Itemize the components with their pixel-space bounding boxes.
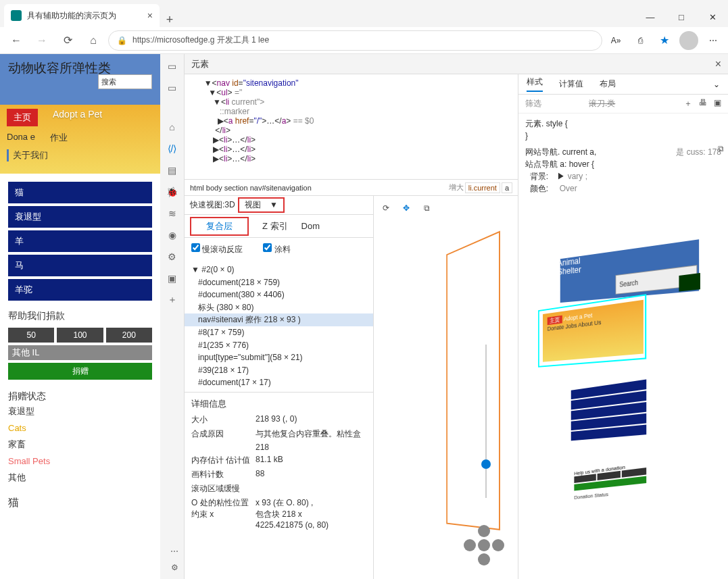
donate-amount[interactable]: 200 — [106, 328, 152, 343]
3d-view-select[interactable]: 视图 ▼ — [238, 197, 285, 213]
donate-button[interactable]: 捐赠 — [8, 363, 152, 380]
maximize-button[interactable]: □ — [666, 7, 697, 27]
dom-tree[interactable]: ▼<nav id="sitenavigation" ▼<ul> =" ▼<li … — [185, 74, 518, 179]
crumb-a[interactable]: a — [502, 182, 512, 193]
animal-item[interactable]: 衰退型 — [8, 206, 152, 228]
more-tools-icon[interactable]: ＋ — [166, 293, 179, 307]
tab-computed[interactable]: 计算值 — [559, 78, 583, 90]
tab-layout[interactable]: 布局 — [600, 78, 616, 90]
animal-item[interactable]: 羊 — [8, 230, 152, 252]
side-list: 猫 衰退型 羊 马 羊驼 帮助我们捐款 50 100 200 其他 IL 捐赠 … — [0, 174, 160, 518]
new-rule-icon[interactable]: ＋ — [684, 98, 692, 109]
crumb-current[interactable]: li.current — [465, 182, 500, 193]
forward-button: → — [31, 30, 53, 51]
browser-tab[interactable]: 具有辅助功能的演示页为 × — [4, 4, 160, 27]
tab-styles[interactable]: 样式 — [527, 76, 543, 92]
console-icon[interactable]: ▤ — [166, 163, 179, 177]
donate-heading: 帮助我们捐款 — [8, 310, 152, 322]
3d-viewer[interactable]: ⟳ ✥ ⧉ Animal Shelter Searchgo — [374, 196, 518, 579]
minimize-button[interactable]: — — [635, 7, 666, 27]
titlebar: 具有辅助功能的演示页为 × + — □ ✕ — [0, 0, 728, 27]
close-button[interactable]: ✕ — [697, 7, 728, 27]
animal-item[interactable]: 马 — [8, 255, 152, 276]
elements-icon[interactable]: ⟨/⟩ — [166, 142, 179, 155]
profile-avatar[interactable] — [679, 31, 698, 50]
animal-item[interactable]: 猫 — [8, 182, 152, 203]
layers-icon[interactable]: ⧉ — [420, 201, 433, 215]
memory-icon[interactable]: ⚙ — [166, 250, 179, 263]
tab-zindex[interactable]: Z 索引 — [262, 220, 288, 232]
elements-panel: ▼<nav id="sitenavigation" ▼<ul> =" ▼<li … — [185, 74, 518, 579]
back-button[interactable]: ← — [5, 30, 27, 51]
donate-amount[interactable]: 100 — [57, 328, 103, 343]
application-icon[interactable]: ▣ — [166, 272, 179, 285]
read-aloud-icon[interactable]: A» — [606, 31, 625, 50]
expand-icon[interactable]: ⌄ — [713, 80, 720, 89]
sources-icon[interactable]: 🐞 — [166, 185, 179, 199]
hov-label[interactable]: 滚刀.类 — [589, 98, 615, 109]
filter-input[interactable]: 筛选 — [525, 98, 541, 109]
chk-paint[interactable]: 涂料 — [263, 243, 290, 255]
lock-icon: 🔒 — [117, 36, 127, 45]
tab-dom[interactable]: Dom — [301, 221, 320, 231]
page-header: 动物收容所弹性类 搜索 — [0, 54, 160, 105]
3d-tabs: 复合层 Z 索引 Dom — [185, 215, 373, 238]
status-item[interactable]: 家畜 — [8, 436, 152, 453]
translate-icon[interactable]: ⎙ — [631, 31, 650, 50]
tab-composite[interactable]: 复合层 — [190, 217, 249, 236]
pan-icon[interactable]: ✥ — [399, 201, 413, 215]
nav-about[interactable]: 关于我们 — [7, 149, 48, 161]
box-icon[interactable]: ▣ — [714, 98, 721, 109]
url-box[interactable]: 🔒 https://microsoftedge.g 开发工具 1 lee — [108, 30, 602, 51]
chk-slow[interactable]: 慢滚动反应 — [191, 243, 243, 255]
devtools: ▭ ▭ ⌂ ⟨/⟩ ▤ 🐞 ≋ ◉ ⚙ ▣ ＋ 元素 × ▼<nav id="s… — [160, 54, 728, 579]
zoom-slider[interactable] — [485, 345, 487, 498]
refresh-button[interactable]: ⟳ — [57, 30, 78, 51]
welcome-icon[interactable]: ⌂ — [166, 120, 179, 134]
new-tab-button[interactable]: + — [160, 13, 180, 27]
device-icon[interactable]: ▭ — [166, 81, 179, 95]
inspect-icon[interactable]: ▭ — [166, 59, 179, 73]
layer-tree[interactable]: ▼ #2(0 × 0) #document(218 × 759) #docume… — [185, 261, 373, 392]
nav-donate[interactable]: Dona e — [7, 132, 35, 144]
tab-close-icon[interactable]: × — [147, 10, 153, 21]
details-heading: 详细信息 — [191, 398, 366, 410]
settings-icon[interactable]: ⚙ — [171, 563, 178, 572]
window-controls: — □ ✕ — [635, 7, 728, 27]
devtools-tabs: 元素 × — [185, 54, 728, 74]
status-item[interactable]: 衰退型 — [8, 403, 152, 420]
3d-left-panel: 快速视图:3D 视图 ▼ ⧉ 复合层 Z 索引 Dom 慢滚动反应 — [185, 196, 374, 579]
network-icon[interactable]: ≋ — [166, 207, 179, 220]
more-icon[interactable]: ⋯ — [170, 547, 178, 556]
status-heading: 捐赠状态 — [8, 391, 152, 403]
favorite-icon[interactable]: ★ — [655, 31, 674, 50]
quick-label: 快速视图:3D — [190, 199, 235, 211]
reset-icon[interactable]: ⟳ — [379, 201, 393, 215]
cat-heading: 猫 — [8, 496, 152, 510]
quick-view-header: 快速视图:3D 视图 ▼ ⧉ — [185, 196, 373, 215]
page-content: 动物收容所弹性类 搜索 主页 Adopt a Pet Dona e 作业 关于我… — [0, 54, 160, 579]
donate-amount[interactable]: 50 — [8, 328, 54, 343]
nav-jobs[interactable]: 作业 — [50, 132, 68, 144]
devtools-close-icon[interactable]: × — [715, 58, 721, 70]
elements-tab[interactable]: 元素 — [191, 58, 209, 70]
performance-icon[interactable]: ◉ — [166, 228, 179, 242]
breadcrumb[interactable]: html body section nav#sitenavigation 增大 … — [185, 179, 518, 195]
status-item[interactable]: 其他 — [8, 469, 152, 486]
nav-adopt[interactable]: Adopt a Pet — [53, 109, 102, 126]
animal-item[interactable]: 羊驼 — [8, 279, 152, 301]
page-search[interactable]: 搜索 — [98, 74, 152, 89]
css-rules[interactable]: 元素. style { } 是 cuss: 178 网站导航. current … — [518, 114, 728, 199]
more-button[interactable]: ⋯ — [704, 31, 723, 50]
home-button[interactable]: ⌂ — [82, 30, 104, 51]
nav-pad[interactable] — [464, 525, 504, 565]
address-bar: ← → ⟳ ⌂ 🔒 https://microsoftedge.g 开发工具 1… — [0, 27, 728, 54]
status-item[interactable]: Small Pets — [8, 453, 152, 469]
print-icon[interactable]: 🖶 — [699, 98, 707, 109]
status-item[interactable]: Cats — [8, 420, 152, 436]
crumb-path[interactable]: html body section nav#sitenavigation — [190, 184, 312, 192]
other-amount[interactable]: 其他 IL — [8, 345, 152, 360]
nav-home[interactable]: 主页 — [7, 109, 38, 126]
devtools-iconstrip: ▭ ▭ ⌂ ⟨/⟩ ▤ 🐞 ≋ ◉ ⚙ ▣ ＋ — [160, 54, 185, 579]
popout-icon[interactable]: ⧉ — [718, 144, 724, 153]
